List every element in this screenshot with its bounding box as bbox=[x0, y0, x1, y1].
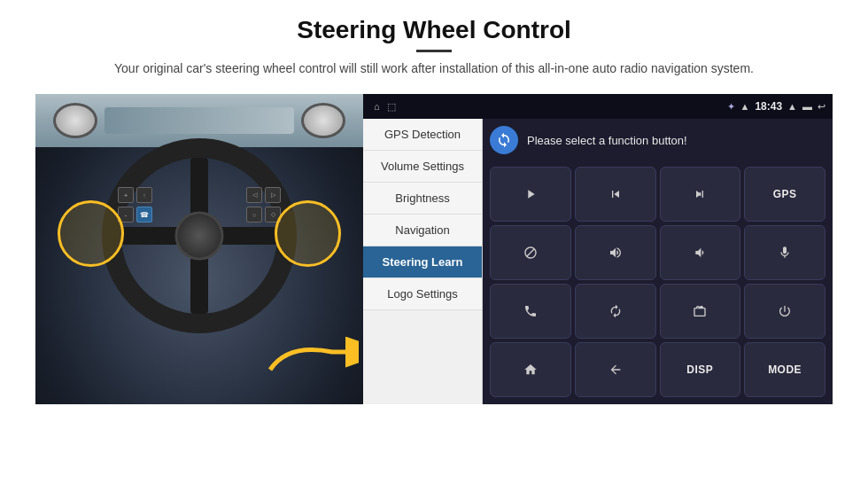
disp-label: DISP bbox=[686, 363, 713, 376]
status-time: 18:43 bbox=[755, 100, 782, 113]
expand-icon: ▲ bbox=[787, 101, 797, 112]
menu-list: GPS Detection Volume Settings Brightness… bbox=[363, 119, 483, 404]
page-container: Steering Wheel Control Your original car… bbox=[0, 0, 868, 500]
vol-down-button[interactable] bbox=[660, 225, 741, 280]
home-nav-icon: ⌂ bbox=[374, 101, 380, 113]
sw-center-hub bbox=[175, 212, 224, 261]
prev-button[interactable] bbox=[575, 167, 656, 222]
function-prompt: Please select a function button! bbox=[527, 134, 687, 147]
vol-up-button[interactable] bbox=[575, 225, 656, 280]
radio-button[interactable] bbox=[660, 284, 741, 339]
phone-button[interactable] bbox=[490, 284, 571, 339]
next-button[interactable] bbox=[660, 167, 741, 222]
play-button[interactable] bbox=[490, 167, 571, 222]
function-area: Please select a function button! bbox=[483, 119, 833, 404]
menu-item-volume[interactable]: Volume Settings bbox=[363, 151, 482, 183]
mute-button[interactable] bbox=[490, 225, 571, 280]
function-header: Please select a function button! bbox=[490, 126, 825, 160]
window-icon: ⬚ bbox=[387, 101, 396, 113]
gps-label: GPS bbox=[773, 188, 797, 200]
mode-button[interactable]: MODE bbox=[744, 342, 825, 397]
steering-wheel-image: + ↑ - ☎ ◁ ▷ ○ ◇ bbox=[35, 94, 363, 404]
highlight-right bbox=[275, 200, 341, 267]
panel-content: GPS Detection Volume Settings Brightness… bbox=[363, 119, 833, 404]
home-button[interactable] bbox=[490, 342, 571, 397]
wifi-icon: ▲ bbox=[740, 101, 750, 112]
gps-button[interactable]: GPS bbox=[744, 167, 825, 222]
yellow-arrow bbox=[261, 334, 359, 387]
steering-wheel: + ↑ - ☎ ◁ ▷ ○ ◇ bbox=[102, 138, 297, 333]
title-divider bbox=[416, 50, 452, 52]
highlight-left bbox=[58, 200, 124, 267]
rotate-button[interactable] bbox=[575, 284, 656, 339]
menu-item-steering-learn[interactable]: Steering Learn bbox=[363, 246, 482, 278]
status-bar: ⌂ ⬚ ✦ ▲ 18:43 ▲ ▬ ↩ bbox=[363, 94, 833, 119]
gauge-left bbox=[53, 103, 97, 138]
gauge-right bbox=[301, 103, 345, 138]
right-panel: ⌂ ⬚ ✦ ▲ 18:43 ▲ ▬ ↩ GPS Detection Volume… bbox=[363, 94, 833, 404]
main-content: + ↑ - ☎ ◁ ▷ ○ ◇ bbox=[35, 94, 833, 404]
back-button[interactable] bbox=[575, 342, 656, 397]
function-grid: GPS bbox=[490, 167, 825, 397]
mic-button[interactable] bbox=[744, 225, 825, 280]
title-section: Steering Wheel Control Your original car… bbox=[114, 16, 754, 78]
battery-icon: ▬ bbox=[802, 101, 812, 112]
menu-item-logo[interactable]: Logo Settings bbox=[363, 278, 482, 310]
back-icon: ↩ bbox=[818, 101, 825, 113]
bluetooth-icon: ✦ bbox=[727, 101, 735, 113]
page-subtitle: Your original car's steering wheel contr… bbox=[114, 59, 754, 78]
refresh-button[interactable] bbox=[490, 126, 518, 154]
menu-item-navigation[interactable]: Navigation bbox=[363, 215, 482, 246]
menu-item-gps[interactable]: GPS Detection bbox=[363, 119, 482, 151]
disp-button[interactable]: DISP bbox=[660, 342, 741, 397]
page-title: Steering Wheel Control bbox=[114, 16, 754, 44]
menu-item-brightness[interactable]: Brightness bbox=[363, 183, 482, 215]
mode-label: MODE bbox=[768, 363, 802, 376]
power-button[interactable] bbox=[744, 284, 825, 339]
nav-icons: ⌂ ⬚ bbox=[374, 101, 396, 113]
